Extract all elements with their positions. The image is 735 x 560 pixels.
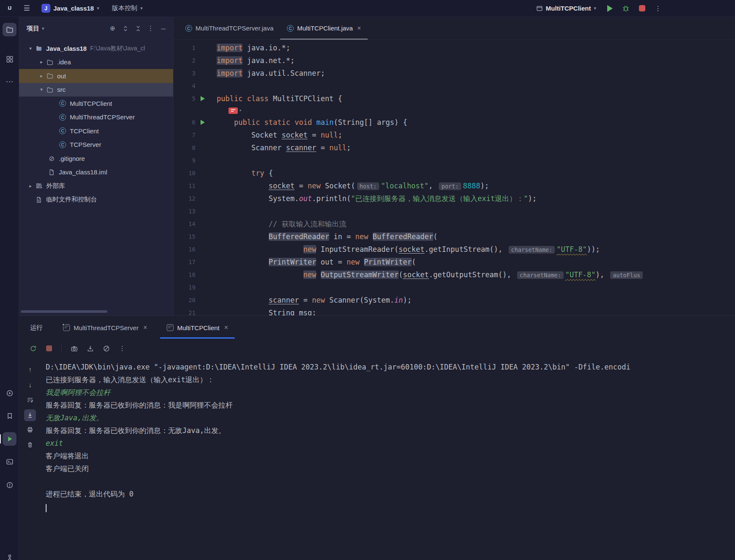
run-button[interactable]: [604, 3, 616, 14]
tree-item-label: TCPServer: [70, 141, 101, 148]
code-line-8[interactable]: 8 Scanner scanner = null;: [173, 141, 735, 154]
stop-button[interactable]: [636, 3, 648, 14]
vcs-widget[interactable]: 版本控制 ▾: [108, 3, 146, 14]
code-line-18[interactable]: 18 new OutputStreamWriter(socket.getOutp…: [173, 268, 735, 281]
import-test-results-button[interactable]: [85, 343, 96, 354]
screenshot-button[interactable]: [69, 343, 80, 354]
tree-item-gitignore[interactable]: ⊘.gitignore: [19, 152, 173, 166]
tree-item-item[interactable]: ▸外部库: [19, 179, 173, 193]
code-line-3[interactable]: 3import java.util.Scanner;: [173, 67, 735, 80]
tree-item-label: .idea: [57, 58, 71, 66]
chevron-right-icon[interactable]: ▸: [37, 59, 46, 65]
console-line-5: 无敌Java,出发。: [46, 411, 735, 424]
tree-item-tcpserver[interactable]: CTCPServer: [19, 138, 173, 152]
chevron-down-icon[interactable]: ▾: [26, 46, 35, 51]
close-icon[interactable]: ×: [357, 25, 361, 32]
print-button[interactable]: [24, 424, 36, 436]
commit-tool-button[interactable]: [3, 551, 17, 560]
code-line-21[interactable]: 21 String msg;: [173, 306, 735, 315]
tree-item-multithreadtcpserver[interactable]: CMultiThreadTCPServer: [19, 110, 173, 124]
more-actions-button[interactable]: ⋮: [652, 3, 664, 14]
run-panel-title[interactable]: 运行: [19, 324, 50, 332]
editor-tab-multitcpclient-java[interactable]: CMultiTCPClient.java×: [280, 17, 368, 39]
code-line-4[interactable]: 4: [173, 80, 735, 92]
code-text: new InputStreamReader(socket.getInputStr…: [210, 243, 600, 256]
code-line-2[interactable]: 2import java.net.*;: [173, 54, 735, 67]
console-tab-icon: [167, 324, 173, 331]
modules-icon: [6, 55, 14, 63]
toolbar-separator: [61, 344, 62, 353]
structure-tool-button[interactable]: [3, 52, 17, 66]
bookmarks-tool-button[interactable]: [3, 409, 17, 423]
code-text: Socket socket = null;: [210, 129, 342, 141]
code-line-12[interactable]: 12 System.out.println("已连接到服务器，输入消息发送（输入…: [173, 192, 735, 205]
tree-item-out[interactable]: ▸out: [19, 69, 173, 83]
tree-item-src[interactable]: ▾src: [19, 83, 173, 97]
run-line-icon[interactable]: [201, 120, 205, 125]
tree-item-java-class18[interactable]: ▾Java_class18F:\Java教材\Java_cl: [19, 41, 173, 55]
close-icon[interactable]: ×: [224, 324, 228, 331]
debug-button[interactable]: [620, 3, 632, 14]
code-line-1[interactable]: 1import java.io.*;: [173, 41, 735, 54]
terminal-tool-button[interactable]: [3, 455, 17, 469]
rerun-button[interactable]: [28, 343, 39, 354]
close-icon[interactable]: ×: [143, 324, 147, 331]
ime-indicator-badge[interactable]: [228, 108, 238, 114]
hide-panel-button[interactable]: ─: [158, 23, 169, 34]
more-tools-button[interactable]: ⋯: [3, 75, 17, 88]
project-panel-title[interactable]: 项目: [27, 25, 39, 33]
code-line-19[interactable]: 19: [173, 281, 735, 294]
code-line-9[interactable]: 9: [173, 154, 735, 167]
code-line-20[interactable]: 20 scanner = new Scanner(System.in);: [173, 294, 735, 306]
run-tab-multitcpclient[interactable]: MultiTCPClient×: [160, 316, 235, 339]
soft-wrap-button[interactable]: [24, 394, 36, 406]
collapse-all-button[interactable]: [132, 23, 143, 34]
chevron-right-icon[interactable]: ▸: [26, 183, 35, 189]
project-widget[interactable]: J Java_class18 ▾: [38, 2, 102, 14]
chevron-down-icon[interactable]: ▾: [239, 105, 242, 116]
scroll-down-button[interactable]: ↓: [24, 379, 36, 391]
tree-item-item[interactable]: 临时文件和控制台: [19, 193, 173, 207]
services-tool-button[interactable]: [3, 386, 17, 400]
tree-item-multitcpclient[interactable]: CMultiTCPClient: [19, 97, 173, 110]
chevron-down-icon[interactable]: ▾: [37, 87, 46, 92]
code-area[interactable]: 1import java.io.*;2import java.net.*;3im…: [173, 40, 735, 315]
chevron-right-icon[interactable]: ▸: [37, 73, 46, 79]
console-more-button[interactable]: ⋮: [117, 343, 128, 354]
tree-item-java-class18-iml[interactable]: Java_class18.iml: [19, 166, 173, 179]
run-config-widget[interactable]: MultiTCPClient ▾: [533, 3, 600, 14]
horizontal-scrollbar[interactable]: [21, 310, 107, 313]
code-line-11[interactable]: 11 socket = new Socket(host:"localhost",…: [173, 179, 735, 192]
tree-item-tcpclient[interactable]: CTCPClient: [19, 124, 173, 138]
code-line-13[interactable]: 13: [173, 205, 735, 218]
code-line-16[interactable]: 16 new InputStreamReader(socket.getInput…: [173, 243, 735, 256]
scroll-to-end-button[interactable]: [24, 409, 36, 421]
console-output[interactable]: D:\IDEA\JDK\bin\java.exe "-javaagent:D:\…: [46, 361, 735, 560]
project-tool-button[interactable]: [3, 23, 17, 36]
code-line-10[interactable]: 10 try {: [173, 167, 735, 179]
code-line-17[interactable]: 17 PrintWriter out = new PrintWriter(: [173, 256, 735, 268]
panel-options-button[interactable]: ⋮: [145, 23, 156, 34]
code-line-6[interactable]: 6 public static void main(String[] args)…: [173, 116, 735, 129]
tree-item-idea[interactable]: ▸.idea: [19, 55, 173, 69]
locate-file-button[interactable]: ⊕: [107, 23, 118, 34]
code-text: socket = new Socket(host:"localhost", po…: [210, 179, 489, 192]
code-line-14[interactable]: 14 // 获取输入流和输出流: [173, 218, 735, 230]
run-tool-button[interactable]: [3, 432, 17, 446]
console-tab-icon: [63, 324, 70, 331]
run-line-icon[interactable]: [201, 96, 205, 101]
problems-tool-button[interactable]: [3, 478, 17, 492]
main-menu-button[interactable]: ☰: [21, 3, 32, 14]
expand-all-button[interactable]: [120, 23, 131, 34]
editor-tab-multithreadtcpserver-java[interactable]: CMultiThreadTCPServer.java: [179, 17, 280, 39]
ide-window: IJ ☰ J Java_class18 ▾ 版本控制 ▾ MultiTCPCli…: [0, 0, 735, 560]
editor: CMultiThreadTCPServer.javaCMultiTCPClien…: [173, 17, 735, 315]
code-line-5[interactable]: 5public class MultiTCPClient {: [173, 92, 735, 105]
clear-output-button[interactable]: [101, 343, 112, 354]
code-line-15[interactable]: 15 BufferedReader in = new BufferedReade…: [173, 230, 735, 243]
code-line-7[interactable]: 7 Socket socket = null;: [173, 129, 735, 141]
scroll-up-button[interactable]: ↑: [24, 364, 36, 376]
stop-process-button[interactable]: [44, 343, 55, 354]
run-tab-multithreadtcpserver[interactable]: MultiThreadTCPServer×: [56, 316, 154, 339]
clear-all-button[interactable]: [24, 439, 36, 451]
